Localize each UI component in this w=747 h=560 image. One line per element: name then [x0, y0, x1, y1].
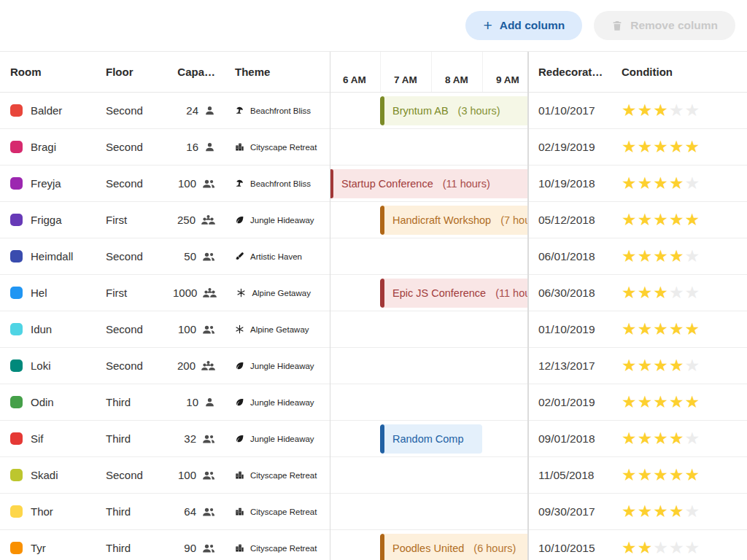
- star-icon[interactable]: ★: [685, 102, 701, 119]
- star-icon[interactable]: ★: [653, 357, 669, 374]
- star-icon[interactable]: ★: [685, 139, 701, 155]
- condition-rating[interactable]: ★★★★★: [622, 139, 747, 155]
- table-row[interactable]: 12/13/2017 ★★★★★: [529, 348, 747, 384]
- condition-rating[interactable]: ★★★★★: [622, 357, 747, 374]
- condition-rating[interactable]: ★★★★★: [622, 102, 747, 119]
- event-bar[interactable]: Poodles United (6 hours): [380, 534, 527, 560]
- table-row[interactable]: 01/10/2017 ★★★★★: [529, 93, 747, 129]
- condition-rating[interactable]: ★★★★★: [622, 284, 747, 301]
- condition-rating[interactable]: ★★★★★: [622, 211, 747, 228]
- condition-rating[interactable]: ★★★★★: [622, 248, 747, 265]
- table-row[interactable]: 10/19/2018 ★★★★★: [529, 166, 747, 202]
- star-icon[interactable]: ★: [638, 357, 654, 374]
- condition-rating[interactable]: ★★★★★: [622, 321, 747, 338]
- condition-rating[interactable]: ★★★★★: [622, 503, 747, 520]
- table-row[interactable]: Loki Second 200 Jungle Hideaway: [0, 348, 330, 384]
- star-icon[interactable]: ★: [622, 540, 638, 556]
- table-row[interactable]: 02/01/2019 ★★★★★: [529, 384, 747, 421]
- star-icon[interactable]: ★: [653, 284, 669, 301]
- condition-rating[interactable]: ★★★★★: [622, 540, 747, 556]
- star-icon[interactable]: ★: [685, 430, 701, 447]
- star-icon[interactable]: ★: [669, 321, 685, 338]
- star-icon[interactable]: ★: [653, 467, 669, 483]
- event-bar[interactable]: Random Comp: [380, 424, 482, 454]
- column-header-floor[interactable]: Floor: [106, 66, 173, 78]
- table-row[interactable]: Tyr Third 90 Cityscape Retreat: [0, 530, 330, 560]
- star-icon[interactable]: ★: [669, 175, 685, 192]
- column-header-theme[interactable]: Theme: [235, 66, 330, 78]
- star-icon[interactable]: ★: [653, 394, 669, 411]
- table-row[interactable]: 01/10/2019 ★★★★★: [529, 311, 747, 348]
- schedule-row[interactable]: Handicraft Workshop (7 hours): [330, 202, 527, 238]
- event-bar[interactable]: Epic JS Conference (11 hours): [380, 279, 527, 308]
- grid-splitter-left[interactable]: [330, 52, 330, 560]
- schedule-row[interactable]: Poodles United (6 hours): [330, 530, 527, 560]
- table-row[interactable]: Heimdall Second 50 Artistic Haven: [0, 238, 330, 275]
- star-icon[interactable]: ★: [669, 430, 685, 447]
- remove-column-button[interactable]: Remove column: [594, 11, 735, 40]
- star-icon[interactable]: ★: [653, 139, 669, 155]
- star-icon[interactable]: ★: [622, 321, 638, 338]
- star-icon[interactable]: ★: [669, 540, 685, 556]
- star-icon[interactable]: ★: [685, 175, 701, 192]
- star-icon[interactable]: ★: [622, 248, 638, 265]
- star-icon[interactable]: ★: [653, 321, 669, 338]
- star-icon[interactable]: ★: [653, 175, 669, 192]
- star-icon[interactable]: ★: [638, 467, 654, 483]
- table-row[interactable]: 06/30/2018 ★★★★★: [529, 275, 747, 311]
- star-icon[interactable]: ★: [622, 211, 638, 228]
- star-icon[interactable]: ★: [685, 284, 701, 301]
- table-row[interactable]: Balder Second 24 Beachfront Bliss: [0, 93, 330, 129]
- star-icon[interactable]: ★: [669, 467, 685, 483]
- table-row[interactable]: Odin Third 10 Jungle Hideaway: [0, 384, 330, 421]
- star-icon[interactable]: ★: [653, 248, 669, 265]
- star-icon[interactable]: ★: [653, 211, 669, 228]
- star-icon[interactable]: ★: [669, 284, 685, 301]
- star-icon[interactable]: ★: [622, 394, 638, 411]
- star-icon[interactable]: ★: [653, 540, 669, 556]
- schedule-row[interactable]: [330, 129, 527, 166]
- star-icon[interactable]: ★: [653, 102, 669, 119]
- schedule-row[interactable]: [330, 494, 527, 530]
- table-row[interactable]: 10/10/2015 ★★★★★: [529, 530, 747, 560]
- star-icon[interactable]: ★: [685, 248, 701, 265]
- star-icon[interactable]: ★: [638, 139, 654, 155]
- schedule-row[interactable]: [330, 457, 527, 494]
- table-row[interactable]: 06/01/2018 ★★★★★: [529, 238, 747, 275]
- column-header-redecorated[interactable]: Redecorat…: [529, 66, 622, 78]
- star-icon[interactable]: ★: [622, 102, 638, 119]
- star-icon[interactable]: ★: [638, 284, 654, 301]
- star-icon[interactable]: ★: [685, 540, 701, 556]
- add-column-button[interactable]: + Add column: [465, 11, 582, 40]
- star-icon[interactable]: ★: [622, 175, 638, 192]
- star-icon[interactable]: ★: [685, 394, 701, 411]
- star-icon[interactable]: ★: [638, 430, 654, 447]
- schedule-row[interactable]: [330, 384, 527, 421]
- star-icon[interactable]: ★: [669, 503, 685, 520]
- table-row[interactable]: 09/30/2017 ★★★★★: [529, 494, 747, 530]
- star-icon[interactable]: ★: [685, 357, 701, 374]
- table-row[interactable]: 11/05/2018 ★★★★★: [529, 457, 747, 494]
- schedule-row[interactable]: [330, 238, 527, 275]
- table-row[interactable]: 05/12/2018 ★★★★★: [529, 202, 747, 238]
- table-row[interactable]: Bragi Second 16 Cityscape Retreat: [0, 129, 330, 166]
- schedule-row[interactable]: Bryntum AB (3 hours): [330, 93, 527, 129]
- condition-rating[interactable]: ★★★★★: [622, 394, 747, 411]
- table-row[interactable]: Freyja Second 100 Beachfront Bliss: [0, 166, 330, 202]
- schedule-row[interactable]: Startup Conference (11 hours): [330, 166, 527, 202]
- star-icon[interactable]: ★: [685, 321, 701, 338]
- star-icon[interactable]: ★: [638, 540, 654, 556]
- table-row[interactable]: Sif Third 32 Jungle Hideaway: [0, 421, 330, 457]
- schedule-row[interactable]: Random Comp: [330, 421, 527, 457]
- schedule-row[interactable]: [330, 311, 527, 348]
- star-icon[interactable]: ★: [669, 102, 685, 119]
- table-row[interactable]: Idun Second 100 Alpine Getaway: [0, 311, 330, 348]
- star-icon[interactable]: ★: [638, 503, 654, 520]
- condition-rating[interactable]: ★★★★★: [622, 467, 747, 483]
- star-icon[interactable]: ★: [622, 139, 638, 155]
- star-icon[interactable]: ★: [622, 467, 638, 483]
- event-bar[interactable]: Startup Conference (11 hours): [330, 169, 527, 198]
- column-header-room[interactable]: Room: [0, 66, 106, 78]
- star-icon[interactable]: ★: [653, 503, 669, 520]
- condition-rating[interactable]: ★★★★★: [622, 430, 747, 447]
